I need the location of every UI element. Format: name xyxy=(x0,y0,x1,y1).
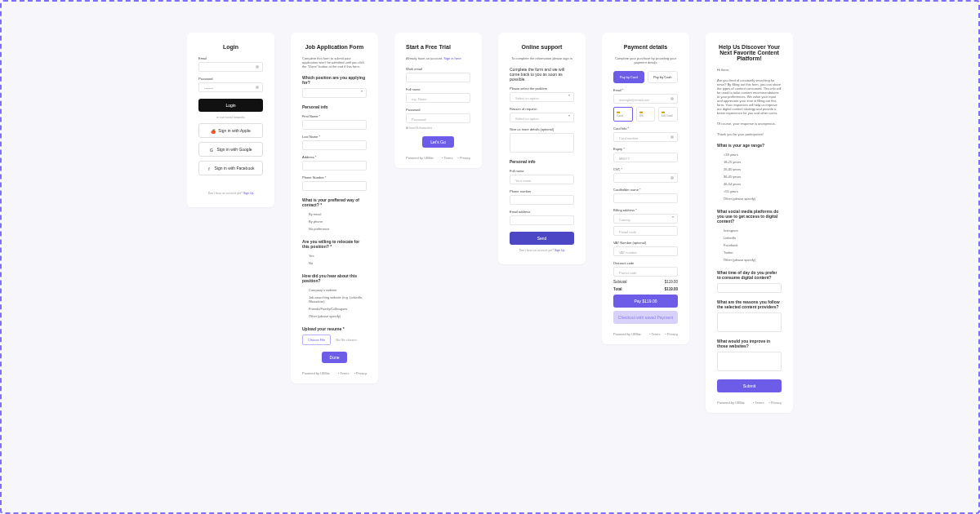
tab-cash[interactable]: Pay by Cash xyxy=(648,71,679,83)
discount-input[interactable]: Promo code xyxy=(613,267,678,277)
privacy-link[interactable]: • Privacy xyxy=(768,401,782,405)
terms-link[interactable]: • Terms xyxy=(649,332,660,336)
improve-input[interactable] xyxy=(717,352,782,371)
first-input[interactable] xyxy=(302,120,367,130)
hear-4[interactable]: Other (please specify) xyxy=(302,312,367,320)
email-label: Email xyxy=(198,56,263,60)
privacy-link[interactable]: • Privacy xyxy=(665,332,678,336)
p2: Of course, your response is anonymous. xyxy=(717,122,782,126)
position-select[interactable] xyxy=(302,88,367,98)
apple-button[interactable]: 🍎Sign in with Apple xyxy=(198,123,263,138)
expiry-input[interactable]: MM/YY xyxy=(613,153,678,162)
s-2[interactable]: LinkedIn xyxy=(717,234,782,241)
signin-link[interactable]: Sign in here xyxy=(443,56,461,60)
apple-label: Sign in with Apple xyxy=(218,128,250,133)
choose-file-button[interactable]: Choose File xyxy=(302,335,331,345)
billing-label: Billing address * xyxy=(613,208,678,212)
age-2[interactable]: 18-25 years xyxy=(717,158,782,166)
signup-link[interactable]: Sign Up xyxy=(555,249,564,252)
q-improve: What would you improve in those websites… xyxy=(717,339,782,348)
contact-email[interactable]: By email xyxy=(302,210,367,218)
signup-link[interactable]: Sign Up xyxy=(243,192,253,195)
expiry-label: Expiry * xyxy=(613,147,678,151)
s-3[interactable]: Facebook xyxy=(717,241,782,249)
s-1[interactable]: Instagram xyxy=(717,227,782,234)
privacy-link[interactable]: • Privacy xyxy=(457,156,470,160)
time-input[interactable] xyxy=(717,283,782,293)
done-button[interactable]: Done xyxy=(322,352,348,363)
age-4[interactable]: 36-45 years xyxy=(717,173,782,180)
s-4[interactable]: Twitter xyxy=(717,249,782,256)
last-input[interactable] xyxy=(302,140,367,150)
contact-phone[interactable]: By phone xyxy=(302,218,367,225)
apple-icon: 🍎 xyxy=(211,129,215,133)
pay-button[interactable]: Pay $119.00 xyxy=(613,295,678,308)
relocate-no[interactable]: No xyxy=(302,259,367,267)
zip-input[interactable]: Postal code xyxy=(613,226,678,236)
age-6[interactable]: >55 years xyxy=(717,188,782,195)
hear-3[interactable]: Friends/Family/Colleagues xyxy=(302,305,367,312)
email-input[interactable] xyxy=(198,62,263,72)
saved-button[interactable]: Checkout with saved Payment xyxy=(613,311,678,324)
full-input[interactable]: e.g. Name xyxy=(406,93,470,103)
work-label: Work email xyxy=(406,67,470,71)
vat-input[interactable]: VAT number xyxy=(613,246,678,256)
details-input[interactable] xyxy=(510,133,574,153)
opt-card[interactable]: 💳Card xyxy=(613,107,633,122)
send-button[interactable]: Send xyxy=(510,232,574,245)
facebook-button[interactable]: fSign in with Facebook xyxy=(198,161,263,175)
country-select[interactable]: Country xyxy=(613,214,678,224)
email-label: Email * xyxy=(613,88,678,92)
email-input[interactable]: example@email.com xyxy=(613,94,678,104)
age-5[interactable]: 46-54 years xyxy=(717,180,782,188)
holder-label: Cardholder name * xyxy=(613,188,678,192)
q-reason: What are the reasons you follow the sele… xyxy=(717,299,782,309)
reason-input[interactable] xyxy=(717,312,782,332)
opt-us[interactable]: 💳US xyxy=(636,107,656,122)
phone-input[interactable] xyxy=(302,181,367,191)
age-1[interactable]: <18 years xyxy=(717,151,782,158)
pass-input[interactable]: Password xyxy=(406,113,470,123)
support-sub: To complete the information please sign … xyxy=(510,56,574,60)
terms-link[interactable]: • Terms xyxy=(753,401,764,405)
age-7[interactable]: Other (please specify) xyxy=(717,195,782,202)
cvc-input[interactable] xyxy=(613,173,678,183)
powered: Powered by UIBlitz xyxy=(717,401,745,405)
age-3[interactable]: 26-35 years xyxy=(717,166,782,173)
terms-link[interactable]: • Terms xyxy=(338,371,349,375)
relocate-yes[interactable]: Yes xyxy=(302,252,367,259)
password-input[interactable]: •••••••• xyxy=(198,82,263,92)
opt-intl[interactable]: 💳Intl Card xyxy=(658,107,678,122)
cvc cvc-label: CVC * xyxy=(613,167,678,171)
tab-card[interactable]: Pay by Card xyxy=(613,71,644,83)
pass-hint: At least 8 characters xyxy=(406,126,470,130)
full-input[interactable]: Your name xyxy=(510,175,574,184)
go-button[interactable]: Let's Go xyxy=(422,136,453,148)
card-input[interactable]: Card number xyxy=(613,132,678,142)
address-label: Address * xyxy=(302,155,367,159)
phone-input[interactable] xyxy=(510,195,574,205)
address-input[interactable] xyxy=(302,161,367,171)
work-input[interactable] xyxy=(406,73,470,82)
problem-select[interactable]: Select an option xyxy=(510,92,574,102)
privacy-link[interactable]: • Privacy xyxy=(354,371,367,375)
q-hear: How did you hear about this position? xyxy=(302,273,367,283)
s-5[interactable]: Other (please specify) xyxy=(717,256,782,264)
phone-label: Phone number xyxy=(510,189,574,193)
reason-select[interactable]: Select an option xyxy=(510,113,574,122)
contact-none[interactable]: No preference xyxy=(302,225,367,233)
q-age: What is your age range? xyxy=(717,143,782,148)
hear-2[interactable]: Job-searching website (e.g. LinkedIn, Gl… xyxy=(302,294,367,305)
q-relocate: Are you willing to relocate for this pos… xyxy=(302,239,367,249)
greet: Hi there, xyxy=(717,68,782,72)
email-input[interactable] xyxy=(510,215,574,225)
hear-1[interactable]: Company's website xyxy=(302,286,367,294)
login-button[interactable]: Login xyxy=(198,99,263,112)
holder-input[interactable] xyxy=(613,193,678,203)
terms-link[interactable]: • Terms xyxy=(442,156,452,160)
google-button[interactable]: GSign in with Google xyxy=(198,142,263,157)
submit-button[interactable]: Submit xyxy=(717,379,782,392)
upload-label: Upload your resume * xyxy=(302,326,367,331)
full-label: Full name xyxy=(510,169,574,173)
support-body: Complete the form and we will come back … xyxy=(510,67,574,82)
